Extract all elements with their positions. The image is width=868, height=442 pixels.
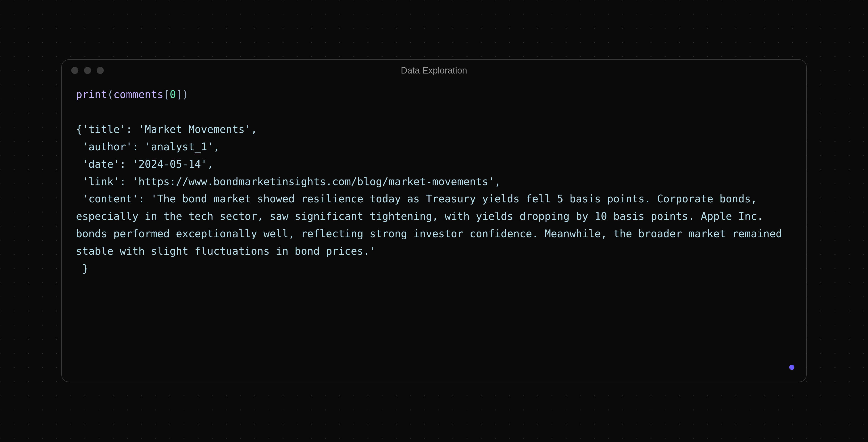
identifier: comments <box>114 88 163 100</box>
blank-line <box>76 103 792 121</box>
output-line: 'date': '2024-05-14', <box>76 158 214 170</box>
output-line: 'link': 'https://www.bondmarketinsights.… <box>76 175 501 188</box>
open-paren: ( <box>107 88 114 100</box>
open-bracket: [ <box>163 88 170 100</box>
close-icon[interactable] <box>71 67 78 74</box>
close-bracket: ] <box>176 88 182 100</box>
code-input-line: print(comments[0]) <box>76 88 188 100</box>
close-paren: ) <box>182 88 188 100</box>
window-title: Data Exploration <box>401 66 467 76</box>
number-literal: 0 <box>169 88 176 100</box>
traffic-lights <box>71 67 104 74</box>
function-call: print <box>76 88 107 100</box>
output-line: {'title': 'Market Movements', <box>76 123 257 135</box>
window-titlebar: Data Exploration <box>62 60 806 81</box>
minimize-icon[interactable] <box>84 67 91 74</box>
code-window: Data Exploration print(comments[0]) {'ti… <box>61 59 807 382</box>
output-line: 'content': 'The bond market showed resil… <box>76 193 788 257</box>
status-indicator-icon <box>789 365 795 370</box>
output-line: 'author': 'analyst_1', <box>76 141 220 153</box>
output-line: } <box>76 263 88 274</box>
code-area: print(comments[0]) {'title': 'Market Mov… <box>62 81 806 287</box>
maximize-icon[interactable] <box>97 67 104 74</box>
